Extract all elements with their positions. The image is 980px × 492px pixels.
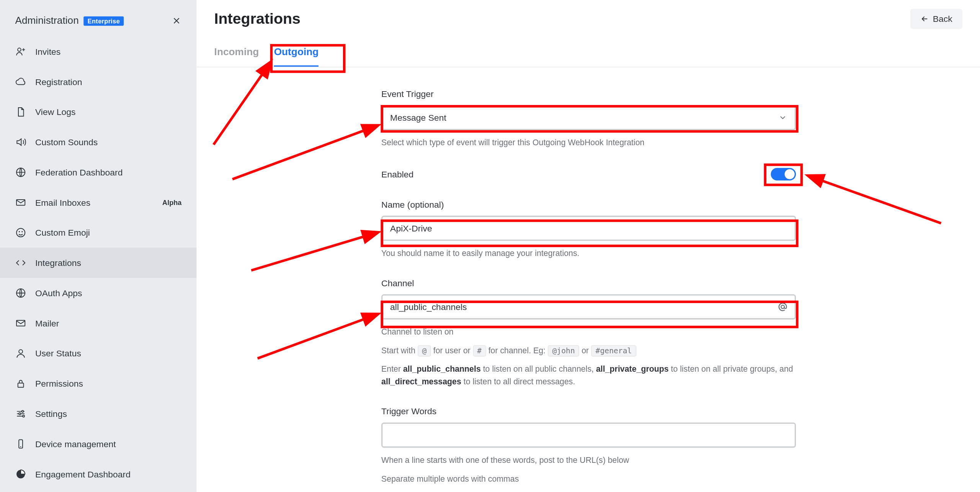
- sidebar-item-label: User Status: [35, 348, 181, 358]
- sidebar-item-mailer[interactable]: Mailer: [0, 308, 197, 338]
- sidebar-nav: InvitesRegistrationView LogsCustom Sound…: [0, 35, 197, 489]
- sidebar-item-label: View Logs: [35, 107, 181, 117]
- lock-icon: [15, 378, 26, 389]
- sidebar-item-view-logs[interactable]: View Logs: [0, 97, 197, 127]
- enterprise-badge: Enterprise: [84, 16, 124, 26]
- sidebar-item-tag: Alpha: [162, 199, 181, 207]
- sidebar-item-label: Invites: [35, 46, 181, 56]
- trigger-words-help-2: Separate multiple words with commas: [381, 472, 796, 485]
- sidebar-item-label: Custom Sounds: [35, 137, 181, 147]
- sidebar-item-label: Registration: [35, 77, 181, 87]
- field-name: Name (optional) You should name it to ea…: [381, 199, 796, 259]
- svg-point-4: [19, 231, 20, 232]
- svg-point-3: [16, 228, 25, 237]
- trigger-words-input[interactable]: [381, 423, 796, 448]
- svg-point-10: [22, 410, 24, 412]
- sidebar-item-registration[interactable]: Registration: [0, 67, 197, 97]
- sidebar-item-device-management[interactable]: Device management: [0, 429, 197, 459]
- sidebar-item-email-inboxes[interactable]: Email InboxesAlpha: [0, 187, 197, 218]
- mail-icon: [15, 318, 26, 329]
- sidebar-item-label: Email Inboxes: [35, 197, 162, 207]
- sidebar-title: Administration: [15, 15, 78, 26]
- sidebar-item-label: OAuth Apps: [35, 288, 181, 298]
- emoji-icon: [15, 227, 26, 238]
- svg-point-14: [781, 305, 784, 309]
- svg-rect-9: [18, 383, 24, 387]
- svg-rect-7: [16, 320, 25, 326]
- field-trigger-words: Trigger Words When a line starts with on…: [381, 406, 796, 485]
- name-input[interactable]: [381, 215, 796, 241]
- event-trigger-help: Select which type of event will trigger …: [381, 136, 796, 149]
- sidebar-item-engagement-dashboard[interactable]: Engagement Dashboard: [0, 459, 197, 489]
- sidebar-header: Administration Enterprise: [0, 0, 197, 35]
- sidebar-item-label: Device management: [35, 439, 181, 449]
- svg-point-12: [23, 415, 24, 417]
- code-icon: [15, 257, 26, 269]
- svg-point-0: [18, 48, 21, 51]
- sidebar-item-settings[interactable]: Settings: [0, 399, 197, 429]
- name-help: You should name it to easily manage your…: [381, 247, 796, 259]
- svg-point-5: [22, 231, 22, 232]
- back-button-label: Back: [933, 14, 952, 24]
- page-header: Integrations Back: [197, 0, 980, 40]
- tab-outgoing[interactable]: Outgoing: [274, 40, 319, 67]
- tabs: Incoming Outgoing: [197, 40, 980, 67]
- pie-icon: [15, 469, 26, 480]
- sidebar-item-label: Engagement Dashboard: [35, 469, 181, 479]
- sidebar-item-label: Integrations: [35, 258, 181, 268]
- globe-icon: [15, 287, 26, 299]
- sidebar-item-custom-sounds[interactable]: Custom Sounds: [0, 127, 197, 157]
- channel-label: Channel: [381, 278, 796, 288]
- sidebar-item-user-status[interactable]: User Status: [0, 338, 197, 369]
- sidebar-item-integrations[interactable]: Integrations: [0, 248, 197, 278]
- main-content: Integrations Back Incoming Outgoing Even…: [197, 0, 980, 492]
- field-channel: Channel Channel to listen on Start with …: [381, 278, 796, 387]
- svg-point-8: [19, 349, 23, 353]
- name-label: Name (optional): [381, 199, 796, 209]
- sidebar-item-permissions[interactable]: Permissions: [0, 369, 197, 399]
- admin-sidebar: Administration Enterprise InvitesRegistr…: [0, 0, 197, 492]
- sidebar-item-label: Custom Emoji: [35, 228, 181, 238]
- cloud-icon: [15, 76, 26, 88]
- event-trigger-select[interactable]: Message Sent: [381, 105, 796, 130]
- channel-help-3: Enter all_public_channels to listen on a…: [381, 363, 796, 387]
- sidebar-item-invites[interactable]: Invites: [0, 36, 197, 67]
- sidebar-item-custom-emoji[interactable]: Custom Emoji: [0, 218, 197, 248]
- svg-point-11: [19, 413, 21, 415]
- sidebar-item-oauth-apps[interactable]: OAuth Apps: [0, 278, 197, 308]
- sidebar-item-label: Mailer: [35, 318, 181, 328]
- field-event-trigger: Event Trigger Message Sent Select which …: [381, 89, 796, 149]
- device-icon: [15, 438, 26, 450]
- back-button[interactable]: Back: [910, 9, 962, 29]
- sidebar-item-label: Settings: [35, 409, 181, 419]
- trigger-words-help-1: When a line starts with one of these wor…: [381, 454, 796, 466]
- document-icon: [15, 106, 26, 118]
- channel-help-2: Start with @ for user or # for channel. …: [381, 344, 796, 356]
- field-enabled: Enabled: [381, 167, 796, 180]
- channel-help-1: Channel to listen on: [381, 326, 796, 338]
- sidebar-item-federation-dashboard[interactable]: Federation Dashboard: [0, 157, 197, 187]
- event-trigger-value: Message Sent: [390, 113, 446, 123]
- user-plus-icon: [15, 46, 26, 57]
- svg-rect-2: [16, 200, 25, 205]
- user-icon: [15, 348, 26, 359]
- enabled-toggle[interactable]: [771, 167, 796, 180]
- globe-icon: [15, 167, 26, 178]
- page-title: Integrations: [214, 10, 301, 28]
- arrow-left-icon: [920, 15, 929, 23]
- sound-icon: [15, 136, 26, 148]
- sidebar-item-label: Permissions: [35, 379, 181, 389]
- tab-incoming[interactable]: Incoming: [214, 40, 259, 67]
- chevron-down-icon: [778, 113, 787, 122]
- enabled-label: Enabled: [381, 169, 413, 179]
- sidebar-item-label: Federation Dashboard: [35, 167, 181, 177]
- mail-icon: [15, 197, 26, 208]
- at-icon: [777, 301, 789, 313]
- channel-input[interactable]: [381, 294, 796, 320]
- settings-icon: [15, 408, 26, 420]
- close-icon[interactable]: [169, 13, 184, 28]
- trigger-words-label: Trigger Words: [381, 406, 796, 416]
- form: Event Trigger Message Sent Select which …: [197, 67, 980, 492]
- event-trigger-label: Event Trigger: [381, 89, 796, 98]
